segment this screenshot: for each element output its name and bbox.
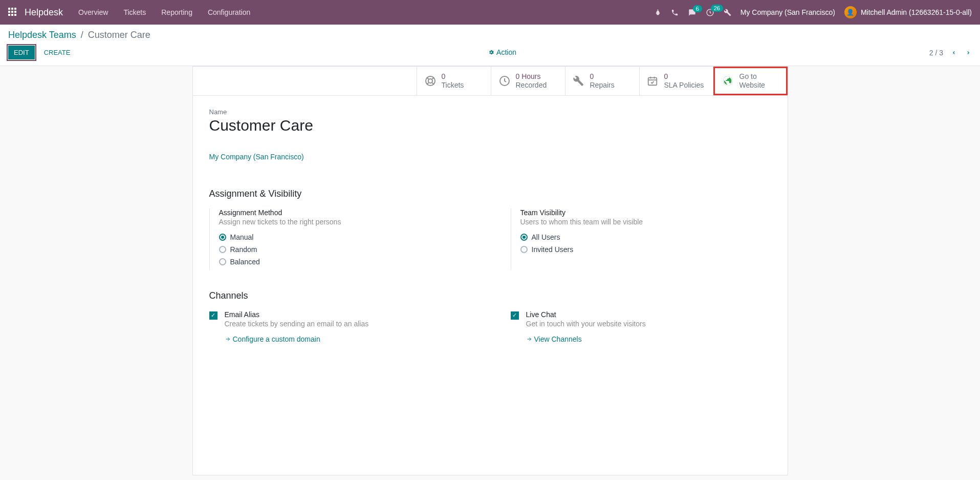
live-chat-title: Live Chat [526, 310, 646, 319]
arrow-right-icon [526, 336, 532, 342]
navbar-right: 6 26 My Company (San Francisco) 👤 Mitche… [654, 6, 972, 18]
view-channels-link[interactable]: View Channels [526, 335, 582, 343]
stat-repairs-value: 0 [590, 72, 615, 81]
radio-all-users[interactable]: All Users [520, 233, 771, 241]
stat-buttons-row: 0 Tickets 0 Hours Recorded 0 [193, 67, 788, 96]
stat-tickets-label: Tickets [442, 81, 464, 90]
clock-icon[interactable]: 26 [706, 8, 714, 17]
clock-icon [498, 75, 511, 87]
stat-go-to-website[interactable]: Go to Website [713, 67, 788, 95]
company-selector[interactable]: My Company (San Francisco) [741, 8, 835, 16]
user-name: Mitchell Admin (12663261-15-0-all) [861, 8, 972, 16]
stat-repairs[interactable]: 0 Repairs [565, 67, 639, 95]
app-brand[interactable]: Helpdesk [25, 7, 63, 18]
radio-random-label: Random [230, 245, 257, 254]
stat-tickets-value: 0 [442, 72, 464, 81]
view-channels-label: View Channels [534, 335, 582, 343]
arrow-right-icon [225, 336, 231, 342]
user-menu[interactable]: 👤 Mitchell Admin (12663261-15-0-all) [844, 6, 972, 18]
stat-hours[interactable]: 0 Hours Recorded [491, 67, 565, 95]
pager-prev[interactable] [950, 49, 957, 56]
nav-links: Overview Tickets Reporting Configuration [78, 8, 250, 16]
wrench-icon[interactable] [724, 9, 731, 16]
radio-invited-users-label: Invited Users [532, 245, 574, 254]
breadcrumb-parent[interactable]: Helpdesk Teams [8, 30, 76, 40]
phone-icon[interactable] [671, 9, 679, 16]
radio-random[interactable]: Random [219, 245, 470, 254]
stat-website-line1: Go to [739, 72, 765, 81]
radio-balanced-label: Balanced [230, 258, 260, 266]
form-sheet: 0 Tickets 0 Hours Recorded 0 [192, 66, 788, 475]
main-content: 0 Tickets 0 Hours Recorded 0 [0, 66, 980, 475]
section-channels-title: Channels [209, 290, 771, 301]
stat-repairs-label: Repairs [590, 81, 615, 90]
checkbox-email-alias[interactable]: ✓ [209, 311, 217, 320]
stat-tickets[interactable]: 0 Tickets [417, 67, 491, 95]
action-dropdown[interactable]: Action [488, 48, 516, 56]
radio-invited-users[interactable]: Invited Users [520, 245, 771, 254]
radio-manual[interactable]: Manual [219, 233, 470, 241]
calendar-check-icon [647, 75, 659, 87]
breadcrumb-current: Customer Care [88, 30, 150, 40]
apps-menu-icon[interactable] [8, 8, 17, 17]
gear-icon [488, 49, 494, 55]
action-label: Action [496, 48, 516, 56]
svg-point-2 [428, 79, 432, 83]
pager-next[interactable] [965, 49, 972, 56]
nav-reporting[interactable]: Reporting [161, 8, 192, 16]
stat-sla[interactable]: 0 SLA Policies [639, 67, 713, 95]
team-visibility-group: Team Visibility Users to whom this team … [511, 208, 771, 270]
visibility-desc: Users to whom this team will be visible [520, 218, 771, 226]
activities-badge: 26 [711, 5, 723, 12]
breadcrumb-separator: / [81, 30, 83, 40]
user-avatar: 👤 [844, 6, 857, 18]
channel-live-chat: ✓ Live Chat Get in touch with your websi… [511, 310, 771, 344]
stat-hours-value: 0 Hours [516, 72, 547, 81]
email-alias-title: Email Alias [225, 310, 369, 319]
create-button[interactable]: Create [39, 46, 76, 59]
configure-domain-link[interactable]: Configure a custom domain [225, 335, 320, 343]
svg-rect-4 [648, 77, 657, 85]
wrench-icon [573, 75, 585, 87]
edit-button[interactable]: Edit [8, 46, 35, 59]
radio-icon [219, 258, 226, 265]
live-chat-desc: Get in touch with your website visitors [526, 320, 646, 328]
radio-manual-label: Manual [230, 233, 254, 241]
pager-text[interactable]: 2 / 3 [929, 49, 943, 57]
radio-icon [520, 234, 528, 241]
chat-icon[interactable]: 6 [688, 9, 696, 16]
radio-icon [219, 234, 226, 241]
visibility-title: Team Visibility [520, 208, 771, 217]
stat-sla-label: SLA Policies [664, 81, 704, 90]
radio-icon [219, 246, 226, 253]
chat-badge: 6 [693, 5, 702, 12]
stat-website-line2: Website [739, 81, 765, 90]
stat-hours-label: Recorded [516, 81, 547, 90]
name-field-label: Name [209, 108, 771, 116]
company-link[interactable]: My Company (San Francisco) [209, 153, 304, 161]
radio-balanced[interactable]: Balanced [219, 258, 470, 266]
record-name: Customer Care [209, 117, 771, 134]
section-assignment-title: Assignment & Visibility [209, 189, 771, 199]
stat-sla-value: 0 [664, 72, 704, 81]
assignment-title: Assignment Method [219, 208, 470, 217]
radio-all-users-label: All Users [532, 233, 560, 241]
bug-icon[interactable] [654, 9, 662, 16]
nav-overview[interactable]: Overview [78, 8, 108, 16]
top-navbar: Helpdesk Overview Tickets Reporting Conf… [0, 0, 980, 25]
lifebuoy-icon [424, 75, 437, 87]
assignment-desc: Assign new tickets to the right persons [219, 218, 470, 226]
email-alias-desc: Create tickets by sending an email to an… [225, 320, 369, 328]
nav-configuration[interactable]: Configuration [208, 8, 250, 16]
checkbox-live-chat[interactable]: ✓ [511, 311, 519, 320]
control-panel: Helpdesk Teams / Customer Care Edit Crea… [0, 25, 980, 66]
configure-domain-label: Configure a custom domain [233, 335, 320, 343]
channel-email-alias: ✓ Email Alias Create tickets by sending … [209, 310, 470, 344]
assignment-method-group: Assignment Method Assign new tickets to … [209, 208, 470, 270]
radio-icon [520, 246, 528, 253]
breadcrumb: Helpdesk Teams / Customer Care [8, 30, 972, 40]
nav-tickets[interactable]: Tickets [123, 8, 146, 16]
globe-icon [722, 75, 734, 87]
